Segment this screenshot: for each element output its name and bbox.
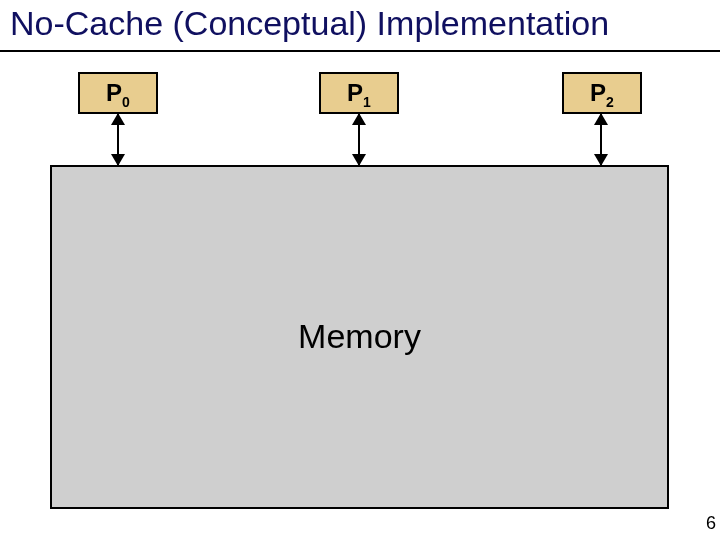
processor-p2-index: 2 <box>606 94 614 110</box>
memory-label: Memory <box>52 317 667 356</box>
slide: No-Cache (Conceptual) Implementation P0 … <box>0 0 720 540</box>
processor-p2-letter: P <box>590 79 606 106</box>
processor-p0-letter: P <box>106 79 122 106</box>
slide-title: No-Cache (Conceptual) Implementation <box>10 4 609 43</box>
arrowhead-up-icon <box>352 113 366 125</box>
page-number: 6 <box>706 513 716 534</box>
connector-p0-memory <box>117 114 119 165</box>
processor-p1: P1 <box>319 72 399 114</box>
connector-p1-memory <box>358 114 360 165</box>
memory-box: Memory <box>50 165 669 509</box>
processor-p2: P2 <box>562 72 642 114</box>
processor-p0: P0 <box>78 72 158 114</box>
processor-p0-index: 0 <box>122 94 130 110</box>
processor-p1-letter: P <box>347 79 363 106</box>
arrowhead-up-icon <box>594 113 608 125</box>
arrowhead-up-icon <box>111 113 125 125</box>
connector-p2-memory <box>600 114 602 165</box>
title-underline <box>0 50 720 52</box>
processor-p1-index: 1 <box>363 94 371 110</box>
